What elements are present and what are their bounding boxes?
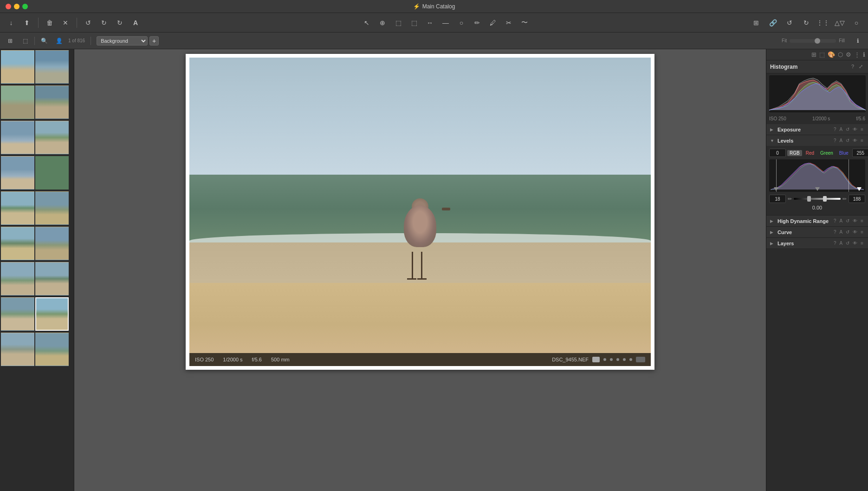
zoom-fill[interactable]: Fill <box>839 38 845 43</box>
mid-point-handle[interactable] <box>815 187 820 191</box>
panel-toggle-5[interactable]: ⋮⋮ <box>816 16 830 29</box>
layers-edit[interactable]: A <box>838 240 843 246</box>
thumbnail[interactable] <box>1 191 34 225</box>
view-single-btn[interactable] <box>592 357 600 362</box>
output-slider[interactable] <box>794 198 841 200</box>
curve-help[interactable]: ? <box>833 229 837 235</box>
levels-header[interactable]: ▼ Levels ? A ↺ 👁 ≡ <box>766 135 868 146</box>
lvl-menu[interactable]: ≡ <box>860 137 864 144</box>
exp-reset[interactable]: ↺ <box>845 126 850 132</box>
layers-eye[interactable]: 👁 <box>852 240 858 246</box>
panel-icon-info[interactable]: ℹ <box>863 51 865 58</box>
thumbnail[interactable] <box>35 227 69 260</box>
maximize-button[interactable] <box>22 4 28 9</box>
window-controls[interactable] <box>6 4 28 9</box>
crop-tool[interactable]: ⊕ <box>376 16 389 29</box>
delete-button[interactable]: 🗑 <box>43 16 56 29</box>
text-button[interactable]: A <box>129 16 142 29</box>
scissors-tool[interactable]: ✂ <box>502 16 516 29</box>
view-grid-small[interactable] <box>636 357 645 362</box>
hdr-edit[interactable]: A <box>838 218 843 224</box>
thumbnail[interactable] <box>1 227 34 260</box>
thumbnail[interactable] <box>35 156 69 190</box>
eyedropper-white[interactable]: ✏ <box>842 196 847 202</box>
info-btn[interactable]: ℹ <box>852 35 863 46</box>
minimize-button[interactable] <box>14 4 19 9</box>
exp-help[interactable]: ? <box>833 126 837 132</box>
panel-icon-effects[interactable]: ⬡ <box>838 51 843 58</box>
channel-rgb[interactable]: RGB <box>787 150 802 156</box>
hdr-eye[interactable]: 👁 <box>852 218 858 224</box>
zoom-fit[interactable]: Fit <box>782 38 787 43</box>
add-layer-button[interactable]: + <box>149 36 159 46</box>
thumbnail[interactable] <box>35 121 69 154</box>
output-white[interactable]: 188 <box>849 195 865 203</box>
layers-help[interactable]: ? <box>833 240 837 246</box>
channel-blue[interactable]: Blue <box>837 150 851 156</box>
zoom-slider[interactable] <box>790 39 836 43</box>
exp-menu[interactable]: ≡ <box>860 126 864 132</box>
view-grid-btn[interactable]: ⊞ <box>5 35 16 46</box>
histogram-help[interactable]: ? <box>850 63 855 70</box>
lvl-eye[interactable]: 👁 <box>852 137 858 144</box>
thumbnail[interactable] <box>35 50 69 84</box>
hdr-menu[interactable]: ≡ <box>860 218 864 224</box>
panel-icon-options[interactable]: ⋮ <box>854 51 860 58</box>
panel-toggle-6[interactable]: △▽ <box>833 16 847 29</box>
panel-toggle-3[interactable]: ↺ <box>783 16 797 29</box>
zoom-thumb[interactable] <box>815 38 820 44</box>
layer-select[interactable]: Background <box>97 36 148 46</box>
ellipse-tool[interactable]: ○ <box>454 16 468 29</box>
histogram-expand[interactable]: ⤢ <box>857 63 864 70</box>
output-black[interactable]: 18 <box>769 195 786 203</box>
person-btn[interactable]: 👤 <box>53 35 65 46</box>
brush-tool[interactable]: ✏ <box>470 16 484 29</box>
measure-tool[interactable]: ↔ <box>423 16 437 29</box>
redo-button[interactable]: ↻ <box>97 16 110 29</box>
thumbnail[interactable] <box>1 333 34 366</box>
search-btn[interactable]: 🔍 <box>39 35 50 46</box>
curve-header[interactable]: ▶ Curve ? A ↺ 👁 ≡ <box>766 227 868 237</box>
layers-reset[interactable]: ↺ <box>845 240 850 246</box>
transform-tool[interactable]: ⬚ <box>407 16 421 29</box>
black-point-handle[interactable] <box>774 187 778 191</box>
slider-mid-thumb[interactable] <box>823 196 827 202</box>
exp-eye[interactable]: 👁 <box>852 126 858 132</box>
view-single-btn[interactable]: ⬚ <box>19 35 31 46</box>
thumbnail[interactable] <box>1 297 34 331</box>
lvl-edit[interactable]: A <box>838 137 843 144</box>
thumbnail[interactable] <box>1 50 34 84</box>
panel-icon-layers[interactable]: ⬚ <box>819 51 825 58</box>
lvl-reset[interactable]: ↺ <box>845 137 850 144</box>
panel-toggle-1[interactable]: ⊞ <box>749 16 763 29</box>
smudge-tool[interactable]: 〜 <box>518 16 531 29</box>
close-button[interactable] <box>6 4 11 9</box>
exposure-header[interactable]: ▶ Exposure ? A ↺ 👁 ≡ <box>766 124 868 135</box>
frame-tool[interactable]: ⬚ <box>391 16 405 29</box>
panel-icon-settings[interactable]: ⚙ <box>846 51 851 58</box>
white-point-handle[interactable] <box>857 187 862 191</box>
thumbnail[interactable] <box>1 262 34 295</box>
eyedropper-black[interactable]: ✏ <box>788 196 792 202</box>
select-tool[interactable]: ↖ <box>360 16 374 29</box>
export-button[interactable]: ⬆ <box>20 16 33 29</box>
levels-white-input[interactable]: 255 <box>852 149 868 157</box>
thumbnail[interactable] <box>1 85 34 119</box>
line-tool[interactable]: — <box>439 16 453 29</box>
thumbnail[interactable] <box>1 156 34 190</box>
panel-toggle-4[interactable]: ↻ <box>799 16 813 29</box>
layers-header[interactable]: ▶ Layers ? A ↺ 👁 ≡ <box>766 238 868 249</box>
levels-black-input[interactable]: 0 <box>769 149 786 157</box>
slider-black-thumb[interactable] <box>807 196 811 202</box>
panel-icon-adjust[interactable]: 🎨 <box>828 51 835 58</box>
exp-edit[interactable]: A <box>838 126 843 132</box>
thumbnail[interactable] <box>35 85 69 119</box>
hdr-reset[interactable]: ↺ <box>845 218 850 224</box>
pen-tool[interactable]: 🖊 <box>486 16 500 29</box>
panel-icon-grid[interactable]: ⊞ <box>811 51 816 58</box>
undo-button[interactable]: ↺ <box>82 16 95 29</box>
curve-reset[interactable]: ↺ <box>845 229 850 235</box>
redo-button2[interactable]: ↻ <box>113 16 126 29</box>
lvl-help[interactable]: ? <box>833 137 837 144</box>
hdr-header[interactable]: ▶ High Dynamic Range ? A ↺ 👁 ≡ <box>766 216 868 226</box>
